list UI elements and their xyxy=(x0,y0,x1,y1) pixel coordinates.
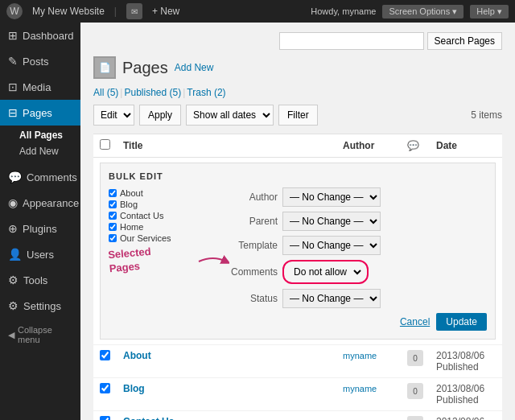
submenu-add-new[interactable]: Add New xyxy=(13,143,80,159)
sidebar-item-appearance[interactable]: ◉ Appearance xyxy=(0,190,80,216)
sidebar-label-media: Media xyxy=(23,81,51,93)
row-title-link-about[interactable]: About xyxy=(123,350,151,361)
row-checkbox-about[interactable] xyxy=(100,350,110,360)
sidebar-item-plugins[interactable]: ⊕ Plugins xyxy=(0,216,80,241)
list-item: Blog xyxy=(109,199,205,210)
th-date[interactable]: Date xyxy=(430,134,502,158)
comments-icon: 💬 xyxy=(8,171,22,183)
comment-icon[interactable]: ✉ xyxy=(126,3,142,19)
page-checkbox-services[interactable] xyxy=(109,234,117,242)
filter-button[interactable]: Filter xyxy=(278,105,318,126)
items-count: 5 items xyxy=(471,109,502,121)
page-title: Pages xyxy=(122,59,168,77)
page-checkbox-blog[interactable] xyxy=(109,200,117,208)
row-date-contact: 2013/08/06Published xyxy=(430,411,502,421)
sidebar-label-comments: Comments xyxy=(27,171,77,183)
date-filter-select[interactable]: Show all dates xyxy=(186,105,274,126)
parent-label: Parent xyxy=(213,216,278,227)
submenu-trash[interactable]: Trash (2) xyxy=(187,87,225,98)
list-item: About xyxy=(109,187,205,199)
row-author-blog[interactable]: myname xyxy=(343,384,377,393)
sidebar-item-dashboard[interactable]: ⊞ Dashboard xyxy=(0,23,80,48)
page-checkbox-about[interactable] xyxy=(109,189,117,197)
parent-select[interactable]: — No Change — xyxy=(282,212,381,231)
parent-field: Parent — No Change — xyxy=(213,212,487,231)
sidebar-item-tools[interactable]: ⚙ Tools xyxy=(0,267,80,293)
select-all-checkbox[interactable] xyxy=(100,139,110,150)
howdy-text: Howdy, myname xyxy=(311,6,376,16)
page-checkbox-home[interactable] xyxy=(109,223,117,231)
submenu-all-pages[interactable]: All Pages xyxy=(13,127,80,143)
admin-bar-right: Howdy, myname Screen Options Help xyxy=(311,5,509,19)
search-button[interactable]: Search Pages xyxy=(427,32,502,50)
sidebar-label-users: Users xyxy=(27,249,54,261)
collapse-menu[interactable]: ◀ Collapse menu xyxy=(0,319,80,351)
row-author-contact[interactable]: myname xyxy=(343,417,377,420)
update-button[interactable]: Update xyxy=(436,313,487,331)
add-new-link[interactable]: Add New xyxy=(175,62,214,73)
selected-pages-arrow xyxy=(197,253,229,270)
sidebar-label-posts: Posts xyxy=(23,56,49,68)
bulk-edit-left: About Blog Contact Us Home Our Services … xyxy=(109,187,205,331)
tools-icon: ⚙ xyxy=(8,274,19,286)
settings-icon: ⚙ xyxy=(8,299,19,312)
bulk-actions-select[interactable]: Edit xyxy=(93,105,134,126)
author-label: Author xyxy=(213,191,278,203)
sidebar-item-pages[interactable]: ⊟ Pages xyxy=(0,100,80,126)
list-item: Home xyxy=(109,221,205,233)
collapse-icon: ◀ xyxy=(8,330,14,340)
row-checkbox-contact[interactable] xyxy=(100,416,110,420)
pages-icon: ⊟ xyxy=(8,106,18,119)
template-select[interactable]: — No Change — xyxy=(282,236,381,255)
search-input[interactable] xyxy=(279,32,424,50)
sidebar-label-tools: Tools xyxy=(23,274,47,286)
bulk-edit-row: BULK EDIT About Blog Contact Us Home xyxy=(93,158,502,345)
row-date-about: 2013/08/06Published xyxy=(430,345,502,378)
comment-count-blog[interactable]: 0 xyxy=(407,383,423,399)
sidebar-item-settings[interactable]: ⚙ Settings xyxy=(0,293,80,319)
row-title-link-blog[interactable]: Blog xyxy=(123,383,145,394)
status-field: Status — No Change — xyxy=(213,289,487,308)
author-select[interactable]: — No Change — xyxy=(282,187,381,207)
posts-icon: ✎ xyxy=(8,55,18,68)
site-name[interactable]: My New Website xyxy=(32,6,105,17)
comment-count-about[interactable]: 0 xyxy=(407,350,423,366)
collapse-label: Collapse menu xyxy=(18,325,72,344)
row-author-about[interactable]: myname xyxy=(343,351,377,360)
sidebar-item-users[interactable]: 👤 Users xyxy=(0,241,80,267)
plugins-icon: ⊕ xyxy=(8,222,18,235)
users-icon: 👤 xyxy=(8,248,22,261)
status-select[interactable]: — No Change — xyxy=(282,289,381,308)
page-icon: 📄 xyxy=(93,56,116,79)
sub-menu: All (5) | Published (5) | Trash (2) xyxy=(93,87,502,98)
submenu-all[interactable]: All (5) xyxy=(93,87,118,98)
bulk-edit-box: BULK EDIT About Blog Contact Us Home xyxy=(100,163,496,340)
sidebar-label-pages: Pages xyxy=(23,107,52,119)
comment-count-contact[interactable]: 0 xyxy=(407,416,423,420)
comments-select[interactable]: Do not allow Allow xyxy=(287,262,364,282)
sidebar-item-comments[interactable]: 💬 Comments xyxy=(0,164,80,190)
cancel-button[interactable]: Cancel xyxy=(400,316,430,327)
screen-options-button[interactable]: Screen Options xyxy=(382,5,464,19)
pages-table: Title Author 💬 Date BULK EDIT xyxy=(93,134,502,420)
sidebar-label-settings: Settings xyxy=(23,300,61,312)
th-title[interactable]: Title xyxy=(117,134,336,158)
page-title-row: 📄 Pages Add New xyxy=(93,56,502,79)
selected-pages-label: SelectedPages xyxy=(108,245,153,276)
main-content: Search Pages 📄 Pages Add New All (5) | P… xyxy=(80,23,515,420)
row-checkbox-blog[interactable] xyxy=(100,383,110,393)
row-title-link-contact[interactable]: Contact Us xyxy=(123,416,174,420)
sidebar-item-media[interactable]: ⊡ Media xyxy=(0,74,80,100)
submenu-published[interactable]: Published (5) xyxy=(124,87,181,98)
media-icon: ⊡ xyxy=(8,80,18,93)
page-checkbox-contact[interactable] xyxy=(109,212,117,220)
template-field: Template — No Change — xyxy=(213,236,487,255)
th-author[interactable]: Author xyxy=(336,134,401,158)
dashboard-icon: ⊞ xyxy=(8,29,18,42)
sidebar-item-posts[interactable]: ✎ Posts xyxy=(0,48,80,74)
sidebar-label-dashboard: Dashboard xyxy=(23,30,74,42)
new-content[interactable]: + New xyxy=(152,6,179,17)
table-row: Blog myname 0 2013/08/06Published xyxy=(93,378,502,411)
apply-button[interactable]: Apply xyxy=(139,105,181,126)
help-button[interactable]: Help xyxy=(470,5,509,19)
